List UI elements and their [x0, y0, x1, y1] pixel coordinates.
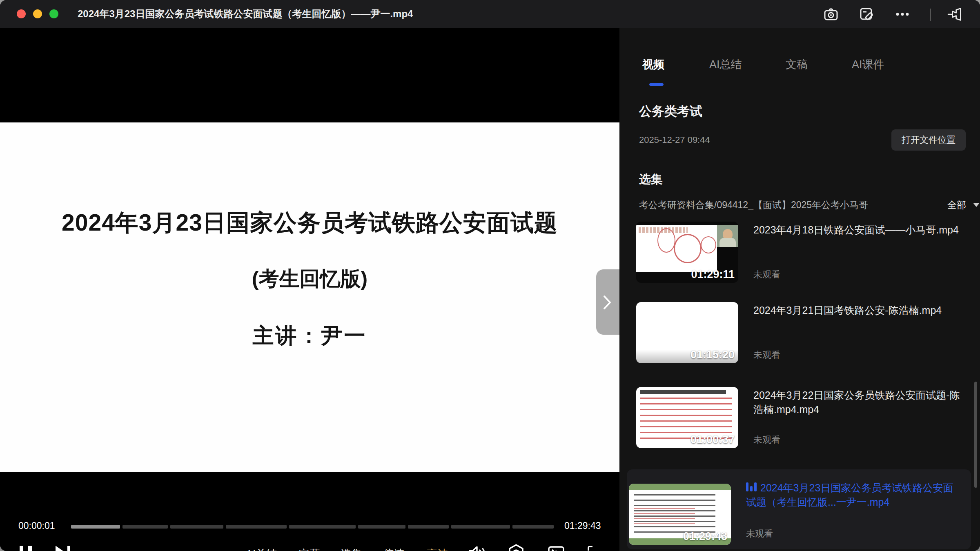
next-button[interactable]	[55, 545, 71, 551]
progress-chapter-segment[interactable]	[122, 525, 168, 529]
sidebar: 视频 AI总结 文稿 AI课件 公务类考试 2025-12-27 09:44 打…	[619, 28, 980, 551]
sidebar-collapse-handle[interactable]	[596, 269, 619, 335]
chevron-down-icon[interactable]	[973, 203, 980, 207]
settings-icon[interactable]	[507, 544, 525, 551]
progress-bar[interactable]	[71, 525, 556, 529]
progress-chapter-segment[interactable]	[170, 525, 223, 529]
video-title-current[interactable]: 2024年3月23日国家公务员考试铁路公安面试题（考生回忆版...一尹一.mp4	[746, 481, 962, 509]
ai-summary-button[interactable]: AI总结	[246, 547, 277, 551]
video-title[interactable]: 2024年3月21日国考铁路公安-陈浩楠.mp4	[753, 303, 966, 318]
video-thumbnail[interactable]: 01:29:43	[629, 484, 731, 545]
collection-title: 公务类考试	[639, 103, 702, 120]
pin-icon[interactable]	[947, 7, 962, 22]
playlist-header: 考公考研资料合集/094412_【面试】2025年公考小马哥 全部	[639, 199, 970, 212]
watch-status: 未观看	[753, 269, 780, 281]
subtitles-button[interactable]: 字幕	[299, 547, 320, 551]
minimize-window-button[interactable]	[33, 9, 42, 18]
tab-transcript[interactable]: 文稿	[786, 57, 808, 72]
quality-button[interactable]: 高清	[427, 547, 448, 551]
camera-icon[interactable]	[824, 7, 838, 22]
watch-status: 未观看	[753, 434, 780, 446]
filter-dropdown[interactable]: 全部	[947, 199, 966, 211]
now-playing-icon	[746, 482, 757, 492]
title-bar: 2024年3月23日国家公务员考试铁路公安面试题（考生回忆版）——尹一.mp4	[0, 0, 980, 28]
list-item[interactable]: 01:29:11 2023年4月18日铁路公安面试——小马哥.mp4 未观看	[629, 220, 971, 286]
slide-title: 2024年3月23日国家公务员考试铁路公安面试题	[0, 207, 619, 239]
watch-status: 未观看	[753, 349, 780, 361]
progress-chapter-segment[interactable]	[512, 525, 554, 529]
more-icon[interactable]	[895, 7, 910, 22]
file-date: 2025-12-27 09:44	[639, 135, 710, 145]
video-title[interactable]: 2024年3月22日国家公务员铁路公安面试题-陈浩楠.mp4.mp4	[753, 388, 966, 417]
duration-badge: 01:15:20	[690, 349, 735, 361]
progress-chapter-segment[interactable]	[71, 525, 120, 529]
volume-icon[interactable]	[468, 544, 487, 551]
open-file-location-button[interactable]: 打开文件位置	[891, 129, 966, 151]
pause-button[interactable]	[19, 545, 33, 551]
webcam-overlay	[717, 225, 738, 247]
list-item-current[interactable]: 01:29:43 2024年3月23日国家公务员考试铁路公安面试题（考生回忆版.…	[627, 469, 971, 549]
tab-ai-summary[interactable]: AI总结	[709, 57, 742, 72]
thumbnail-art	[636, 225, 717, 272]
active-tab-indicator	[649, 83, 664, 86]
slide-presenter: 主讲：尹一	[0, 322, 619, 350]
video-area[interactable]: 2024年3月23日国家公务员考试铁路公安面试题 (考生回忆版) 主讲：尹一 0…	[0, 28, 619, 551]
tab-ai-courseware[interactable]: AI课件	[852, 57, 884, 72]
duration-badge: 01:29:43	[683, 530, 727, 543]
app-window: 2024年3月23日国家公务员考试铁路公安面试题（考生回忆版）——尹一.mp4	[0, 0, 980, 551]
note-edit-icon[interactable]	[860, 7, 874, 22]
video-thumbnail[interactable]: 01:29:11	[636, 222, 738, 283]
list-item[interactable]: 01:15:20 2024年3月21日国考铁路公安-陈浩楠.mp4 未观看	[629, 301, 971, 366]
progress-chapter-segment[interactable]	[289, 525, 356, 529]
progress-chapter-segment[interactable]	[226, 525, 287, 529]
video-slide: 2024年3月23日国家公务员考试铁路公安面试题 (考生回忆版) 主讲：尹一	[0, 122, 619, 472]
current-time: 00:00:01	[18, 520, 55, 531]
progress-chapter-segment[interactable]	[451, 525, 510, 529]
duration-badge: 01:29:11	[691, 268, 735, 281]
pip-icon[interactable]	[547, 545, 565, 551]
titlebar-divider	[930, 9, 931, 21]
scrollbar-thumb[interactable]	[974, 382, 977, 488]
playlist-path: 考公考研资料合集/094412_【面试】2025年公考小马哥	[639, 199, 922, 211]
list-item[interactable]: 01:00:37 2024年3月22日国家公务员铁路公安面试题-陈浩楠.mp4.…	[629, 386, 971, 451]
progress-chapter-segment[interactable]	[408, 525, 449, 529]
duration-badge: 01:00:37	[690, 433, 735, 446]
slide-subtitle: (考生回忆版)	[0, 265, 619, 293]
episodes-button[interactable]: 选集	[341, 547, 362, 551]
chevron-right-icon	[602, 295, 612, 310]
watch-status: 未观看	[746, 528, 773, 540]
speed-button[interactable]: 倍速	[383, 547, 405, 551]
video-title[interactable]: 2023年4月18日铁路公安面试——小马哥.mp4	[753, 223, 966, 237]
progress-chapter-segment[interactable]	[358, 525, 405, 529]
zoom-window-button[interactable]	[49, 9, 58, 18]
total-time: 01:29:43	[564, 520, 601, 531]
episodes-section-title: 选集	[639, 171, 663, 188]
tab-video[interactable]: 视频	[642, 57, 664, 72]
video-thumbnail[interactable]: 01:15:20	[636, 302, 738, 363]
close-window-button[interactable]	[17, 9, 26, 18]
video-thumbnail[interactable]: 01:00:37	[636, 387, 738, 448]
fullscreen-icon[interactable]	[587, 545, 603, 551]
window-title: 2024年3月23日国家公务员考试铁路公安面试题（考生回忆版）——尹一.mp4	[78, 0, 413, 28]
